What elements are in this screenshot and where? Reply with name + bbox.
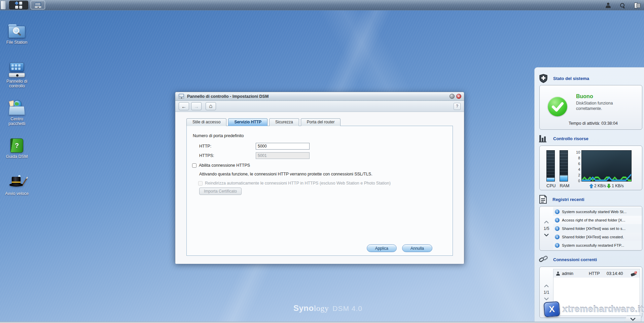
- home-button[interactable]: ⌂: [206, 102, 216, 110]
- info-icon: i: [555, 218, 560, 223]
- desktop-icon-dsm-help[interactable]: ? Guida DSM: [2, 136, 32, 159]
- log-entry[interactable]: iShared folder [XHTest] was created.: [553, 233, 642, 241]
- info-icon: i: [555, 243, 560, 248]
- status-ok-icon: [548, 97, 567, 116]
- apply-button[interactable]: Applica: [367, 244, 397, 252]
- link-icon: [539, 255, 548, 264]
- synology-brand: Synology: [293, 304, 329, 313]
- ram-meter[interactable]: RAM: [560, 150, 569, 190]
- download-arrow-icon: [607, 184, 611, 188]
- connection-protocol: HTTP: [589, 271, 600, 276]
- import-certificate-button[interactable]: Importa Certificato: [199, 188, 242, 195]
- page-down-icon[interactable]: [544, 234, 549, 236]
- disconnect-icon[interactable]: [631, 271, 637, 276]
- cancel-button[interactable]: Annulla: [402, 244, 432, 252]
- desktop-icon-package-center[interactable]: Centro pacchetti: [2, 98, 32, 126]
- xtremehardware-logo: X: [544, 301, 560, 317]
- shield-icon: [539, 74, 548, 83]
- help-button[interactable]: ?: [454, 103, 461, 110]
- tab-security[interactable]: Sicurezza: [269, 118, 299, 126]
- log-entry[interactable]: iAccess right of the shared folder [X...: [553, 216, 642, 224]
- control-panel-icon: [8, 63, 26, 77]
- desktop-icon-quick-start[interactable]: Avvio veloce: [2, 173, 32, 196]
- tab-bar: Stile di accesso Servizio HTTP Sicurezza…: [186, 118, 342, 126]
- dialog-body: Stile di accesso Servizio HTTP Sicurezza…: [175, 112, 464, 264]
- main-menu-button[interactable]: [9, 1, 28, 9]
- chevron-down-icon: [630, 318, 636, 321]
- http-port-input[interactable]: [256, 143, 310, 150]
- minimize-button[interactable]: [450, 94, 455, 99]
- enable-https-checkbox[interactable]: [192, 163, 196, 168]
- status-description: DiskStation funziona correttamente.: [576, 101, 630, 111]
- log-document-icon: [539, 195, 547, 204]
- connections-page-indicator: 1/1: [544, 290, 549, 295]
- forward-button[interactable]: →: [191, 102, 202, 110]
- log-entry[interactable]: iShared folder [XHTest] was set to s...: [553, 224, 642, 233]
- enable-https-label: Abilita connessione HTTPS: [199, 163, 250, 168]
- info-icon: i: [555, 235, 560, 239]
- help-book-icon: ?: [10, 138, 23, 153]
- redirect-https-checkbox[interactable]: [198, 181, 203, 186]
- close-button[interactable]: ✕: [456, 94, 461, 99]
- desktop-icon-file-station[interactable]: File Station: [2, 22, 32, 45]
- tab-http-service[interactable]: Servizio HTTP: [228, 118, 267, 126]
- page-up-icon[interactable]: [544, 221, 549, 224]
- tab-router-port[interactable]: Porta del router: [301, 118, 341, 126]
- redirect-row: Reindirizza automaticamente le connessio…: [198, 181, 391, 186]
- ram-label: RAM: [560, 183, 569, 188]
- widget-sidebar: Stato del sistema Buono DiskStation funz…: [534, 67, 644, 323]
- tab-panel: Numero di porta predefinito HTTP: HTTPS:…: [186, 126, 453, 256]
- control-panel-icon: [35, 2, 41, 8]
- current-connections-header: Connessioni correnti: [539, 255, 597, 264]
- package-center-icon: [8, 99, 26, 115]
- resource-monitor-header: Controllo risorse: [539, 134, 588, 143]
- page-down-icon[interactable]: [544, 297, 549, 300]
- log-list: iSystem successfully started Web St... i…: [553, 206, 642, 250]
- control-panel-dialog: Pannello di controllo - Impostazioni DSM…: [175, 92, 464, 264]
- log-entry[interactable]: iSystem successfully restarted FTP...: [553, 241, 642, 249]
- xtremehardware-text: xtremehardware.it: [562, 304, 643, 315]
- back-button[interactable]: ←: [179, 102, 189, 110]
- https-port-input[interactable]: [256, 152, 310, 159]
- user-menu-icon[interactable]: [606, 3, 611, 8]
- desktop-icon-label: Pannello di controllo: [2, 79, 32, 89]
- dialog-title: Pannello di controllo - Impostazioni DSM: [187, 94, 269, 99]
- info-icon: i: [555, 226, 560, 231]
- synology-watermark: Synology DSM 4.0: [293, 304, 362, 313]
- network-chart-yaxis: 108 64 20: [575, 150, 581, 183]
- system-status-card: Buono DiskStation funziona correttamente…: [539, 85, 642, 130]
- dialog-titlebar[interactable]: Pannello di controllo - Impostazioni DSM…: [175, 92, 464, 101]
- search-icon[interactable]: [620, 3, 625, 8]
- pilot-view-icon[interactable]: [634, 3, 641, 8]
- download-rate: 1 KB/s: [612, 184, 623, 188]
- uptime-text: Tempo di attività: 03:38:04: [569, 121, 618, 126]
- recent-logs-header: Registri recenti: [539, 195, 584, 204]
- http-port-label: HTTP:: [199, 144, 211, 149]
- system-status-header: Stato del sistema: [539, 74, 589, 83]
- logs-pager: 1/5: [540, 206, 553, 250]
- connection-row[interactable]: admin HTTP 03:14:40: [553, 269, 640, 278]
- connection-time: 03:14:40: [607, 271, 623, 276]
- xtremehardware-watermark: X xtremehardware.it: [544, 302, 643, 317]
- taskbar-app-control-panel[interactable]: [31, 1, 45, 9]
- show-desktop-button[interactable]: [1, 1, 6, 9]
- taskbar: [0, 0, 644, 10]
- file-station-icon: [8, 24, 25, 38]
- desktop-icon-control-panel[interactable]: Pannello di controllo: [2, 60, 32, 89]
- main-menu-icon: [15, 2, 22, 9]
- network-traffic-chart[interactable]: [581, 150, 632, 181]
- log-entry[interactable]: iSystem successfully started Web St...: [553, 207, 642, 216]
- page-up-icon[interactable]: [544, 285, 549, 287]
- magic-hat-icon: [7, 174, 26, 190]
- tab-access-style[interactable]: Stile di accesso: [186, 118, 226, 126]
- dsm-version: DSM 4.0: [332, 305, 362, 313]
- dialog-title-icon: [179, 94, 184, 98]
- bottom-edge-strip: [0, 322, 644, 323]
- https-port-label: HTTPS:: [199, 153, 214, 158]
- dialog-toolbar: ← → ⌂ ?: [175, 101, 464, 112]
- cpu-meter[interactable]: CPU: [546, 150, 556, 190]
- desktop-icon-label: Centro pacchetti: [2, 117, 32, 126]
- recent-logs-card: 1/5 iSystem successfully started Web St.…: [539, 206, 642, 251]
- connection-user: admin: [562, 271, 573, 276]
- upload-arrow-icon: [589, 184, 593, 188]
